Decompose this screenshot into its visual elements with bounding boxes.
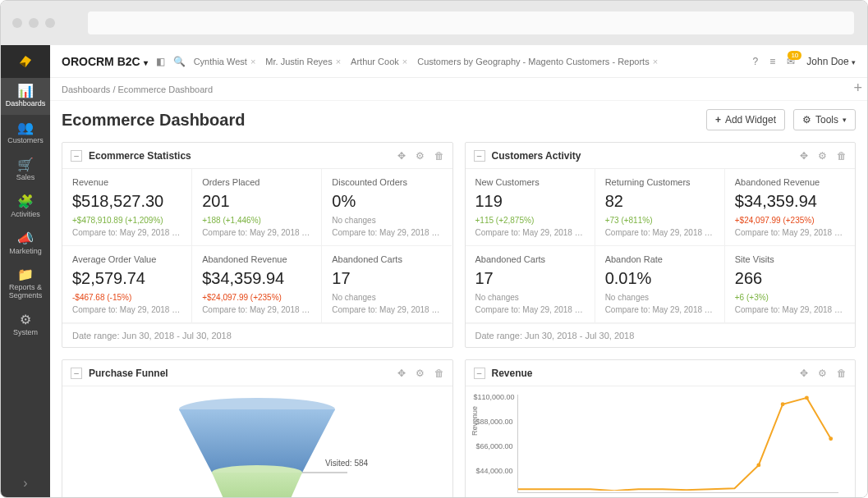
svg-point-6: [780, 402, 784, 406]
stat-card: Abandoned Carts17No changesCompare to: M…: [322, 246, 452, 323]
sidebar: 📊Dashboards👥Customers🛒Sales🧩Activities📣M…: [1, 45, 50, 498]
stat-label: Abandoned Revenue: [735, 177, 845, 187]
gear-icon[interactable]: ⚙: [818, 150, 827, 162]
widget-title: Revenue: [492, 368, 533, 379]
stat-compare: Compare to: May 29, 2018 - Jun 2...: [605, 228, 714, 237]
stat-value: 119: [475, 192, 585, 211]
widget-ecommerce-statistics: – Ecommerce Statistics ✥ ⚙ 🗑 Revenue$518…: [62, 142, 453, 348]
stat-card: Abandon Rate0.01%No changesCompare to: M…: [595, 246, 725, 323]
stat-card: Orders Placed201+188 (+1,446%)Compare to…: [192, 169, 322, 246]
move-icon[interactable]: ✥: [800, 150, 808, 162]
funnel-chart: [163, 395, 351, 498]
widget-purchase-funnel: – Purchase Funnel ✥ ⚙ 🗑: [62, 359, 453, 498]
pin-icon[interactable]: ◧: [156, 56, 165, 67]
top-bar: OROCRM B2C▾ ◧ 🔍 Cynthia West ×Mr. Justin…: [50, 45, 867, 78]
stat-label: Abandoned Carts: [332, 254, 442, 264]
gear-icon[interactable]: ⚙: [818, 368, 827, 379]
user-menu[interactable]: John Doe ▾: [806, 56, 856, 67]
page-title: Ecommerce Dashboard: [62, 111, 698, 130]
tab-label: Arthur Cook: [351, 57, 399, 66]
stat-compare: Compare to: May 29, 2018 - Jun 29...: [475, 228, 585, 237]
trash-icon[interactable]: 🗑: [434, 368, 444, 379]
add-tab-icon[interactable]: +: [853, 80, 862, 97]
widget-title: Purchase Funnel: [89, 368, 168, 379]
stat-compare: Compare to: May 29, 2018 - Jun 2...: [735, 305, 845, 314]
collapse-icon[interactable]: –: [71, 150, 82, 162]
close-icon[interactable]: ×: [653, 57, 658, 66]
org-switcher[interactable]: OROCRM B2C▾: [62, 55, 148, 68]
chevron-down-icon: ▾: [843, 116, 847, 124]
sidebar-item-dashboards[interactable]: 📊Dashboards: [1, 78, 50, 115]
stat-compare: Compare to: May 29, 2018 - Jun 2...: [202, 305, 311, 314]
stat-card: Average Order Value$2,579.74-$467.68 (-1…: [62, 246, 192, 323]
close-icon[interactable]: ×: [250, 57, 255, 66]
trash-icon[interactable]: 🗑: [837, 150, 847, 162]
sidebar-item-label: Customers: [2, 137, 48, 145]
help-icon[interactable]: ?: [753, 56, 759, 67]
trash-icon[interactable]: 🗑: [434, 150, 444, 162]
stat-card: Discounted Orders0%No changesCompare to:…: [322, 169, 452, 246]
puzzle-icon: 🧩: [2, 195, 48, 208]
stat-diff: No changes: [332, 293, 442, 302]
gear-icon[interactable]: ⚙: [416, 150, 425, 162]
stat-compare: Compare to: May 29, 2018 - Jun 2...: [735, 228, 845, 237]
sidebar-item-customers[interactable]: 👥Customers: [1, 115, 50, 152]
url-bar[interactable]: [88, 11, 854, 34]
stat-label: Site Visits: [735, 254, 845, 264]
widget-footer: Date range: Jun 30, 2018 - Jul 30, 2018: [466, 323, 856, 347]
open-tab[interactable]: Cynthia West ×: [194, 57, 256, 66]
sidebar-item-system[interactable]: ⚙System: [1, 307, 50, 344]
sidebar-item-activities[interactable]: 🧩Activities: [1, 189, 50, 226]
move-icon[interactable]: ✥: [397, 368, 406, 379]
browser-chrome-top: [1, 1, 867, 45]
close-icon[interactable]: ×: [402, 57, 407, 66]
breadcrumb-item[interactable]: Dashboards: [62, 85, 110, 94]
stat-card: New Customers119+115 (+2,875%)Compare to…: [466, 169, 595, 246]
stat-label: Orders Placed: [202, 177, 311, 187]
stat-compare: Compare to: May 29, 2018 - Jun 2...: [332, 305, 442, 314]
funnel-visited-label: Visited: 584: [325, 459, 368, 468]
search-icon[interactable]: 🔍: [173, 56, 186, 67]
stat-card: Returning Customers82+73 (+811%)Compare …: [595, 169, 725, 246]
stat-diff: +$478,910.89 (+1,209%): [72, 216, 181, 225]
move-icon[interactable]: ✥: [397, 150, 406, 162]
gear-icon[interactable]: ⚙: [416, 368, 425, 379]
stat-value: 0.01%: [605, 269, 714, 288]
svg-point-5: [756, 463, 760, 467]
stat-diff: No changes: [605, 293, 714, 302]
stat-value: $518,527.30: [72, 192, 181, 211]
move-icon[interactable]: ✥: [800, 368, 808, 379]
breadcrumb: Dashboards / Ecommerce Dashboard +: [50, 78, 867, 101]
stat-card: Revenue$518,527.30+$478,910.89 (+1,209%)…: [62, 169, 192, 246]
window-dot: [45, 18, 55, 28]
add-widget-button[interactable]: +Add Widget: [706, 109, 785, 130]
collapse-icon[interactable]: –: [71, 368, 82, 379]
close-icon[interactable]: ×: [336, 57, 341, 66]
window-dot: [29, 18, 39, 28]
stat-diff: +$24,097.99 (+235%): [202, 293, 311, 302]
open-tab[interactable]: Arthur Cook ×: [351, 57, 407, 66]
collapse-icon[interactable]: –: [474, 368, 485, 379]
notifications-icon[interactable]: ✉10: [787, 56, 795, 67]
stat-value: 17: [332, 269, 442, 288]
open-tab[interactable]: Customers by Geography - Magento Custome…: [417, 57, 658, 66]
widget-footer: Date range: Jun 30, 2018 - Jul 30, 2018: [62, 323, 452, 347]
open-tab[interactable]: Mr. Justin Reyes ×: [265, 57, 341, 66]
stat-value: 17: [475, 269, 585, 288]
sidebar-item-label: Dashboards: [2, 100, 48, 108]
revenue-chart: [517, 395, 839, 493]
sidebar-item-sales[interactable]: 🛒Sales: [1, 152, 50, 189]
sidebar-item-reports-segments[interactable]: 📁Reports & Segments: [1, 262, 50, 307]
bullhorn-icon: 📣: [2, 232, 48, 245]
logo[interactable]: [1, 45, 50, 78]
breadcrumb-item[interactable]: Ecommerce Dashboard: [118, 85, 214, 94]
stat-compare: Compare to: May 29, 2018 - Jun 29...: [72, 228, 181, 237]
y-tick: $110,000.00: [474, 393, 513, 418]
stat-label: Abandoned Revenue: [202, 254, 311, 264]
collapse-icon[interactable]: –: [474, 150, 485, 162]
sidebar-item-marketing[interactable]: 📣Marketing: [1, 226, 50, 263]
trash-icon[interactable]: 🗑: [837, 368, 847, 379]
menu-icon[interactable]: ≡: [769, 56, 775, 67]
sidebar-expand-icon[interactable]: ›: [23, 476, 27, 491]
tools-button[interactable]: ⚙Tools▾: [793, 109, 856, 130]
